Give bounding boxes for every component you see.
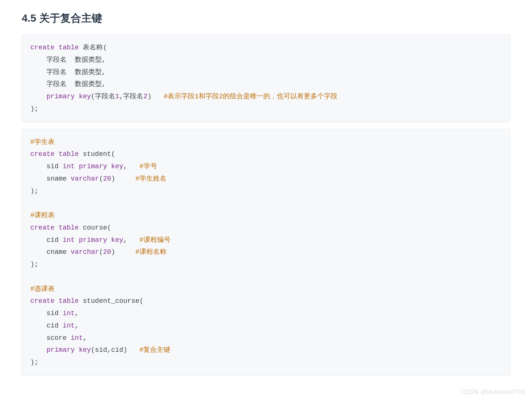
code-text: , [83,334,87,342]
code-text: , [75,310,79,317]
code-text: ); [30,105,39,113]
code-text: , [123,236,139,244]
code-text [30,93,46,100]
keyword: create [30,224,55,231]
code-text: 字段名 数据类型, [30,68,106,76]
code-text: sname [30,175,71,182]
keyword: table [59,224,79,231]
comment: #学号 [140,163,157,170]
keyword: int [62,236,74,244]
code-text: student( [79,150,115,158]
number: 1 [115,93,119,100]
code-text: course( [79,224,111,231]
code-text: ( [99,248,103,256]
section-heading: 4.5 关于复合主键 [22,11,510,25]
keyword: varchar [71,175,99,182]
code-text: sid [30,310,62,317]
code-text: ); [30,261,39,268]
code-text: 字段名 数据类型, [30,80,106,88]
keyword: int [62,163,74,170]
code-text: (sid,cid) [91,346,140,354]
code-text: ) [111,248,135,256]
keyword: int [62,310,74,317]
code-block-example: #学生表 create table student( sid int prima… [22,129,510,376]
code-text [75,236,79,244]
code-text: ) [147,93,163,100]
comment: #学生姓名 [135,175,166,182]
keyword: primary [46,346,75,354]
keyword: primary [46,93,75,100]
code-text: sid [30,163,62,170]
code-text: , [75,322,79,329]
code-text: cid [30,236,62,244]
keyword: table [59,44,79,51]
comment: #表示字段1和字段2的组合是唯一的，也可以有更多个字段 [164,93,337,100]
code-text: 表名称( [79,44,107,51]
code-text: score [30,334,71,342]
code-text: student_course( [79,297,144,305]
keyword: key [79,346,91,354]
comment: #课程名称 [135,248,166,256]
code-text: ,字段名 [119,93,144,100]
code-block-template: create table 表名称( 字段名 数据类型, 字段名 数据类型, 字段… [22,34,510,122]
code-text: ( [99,175,103,182]
code-text: ); [30,187,39,195]
keyword: primary [79,236,107,244]
keyword: key [79,93,91,100]
code-text: ) [111,175,135,182]
comment: #课程表 [30,212,55,219]
keyword: key [111,163,123,170]
number: 20 [103,175,111,182]
watermark: CSDN @biubiubiu0706 [461,389,525,394]
keyword: table [59,297,79,305]
comment: #选课表 [30,285,55,293]
comment: #学生表 [30,138,55,146]
code-text: cid [30,322,62,329]
code-text [30,346,46,354]
keyword: create [30,297,55,305]
number: 2 [144,93,148,100]
keyword: int [71,334,83,342]
code-text: ); [30,359,39,366]
keyword: create [30,150,55,158]
code-text: cname [30,248,71,256]
code-text: , [123,163,139,170]
keyword: varchar [71,248,99,256]
keyword: int [62,322,74,329]
keyword: primary [79,163,107,170]
code-text: (字段名 [91,93,115,100]
code-text: 字段名 数据类型, [30,56,106,64]
code-text [75,163,79,170]
number: 20 [103,248,111,256]
keyword: table [59,150,79,158]
keyword: create [30,44,55,51]
comment: #复合主键 [140,346,171,354]
comment: #课程编号 [140,236,171,244]
keyword: key [111,236,123,244]
